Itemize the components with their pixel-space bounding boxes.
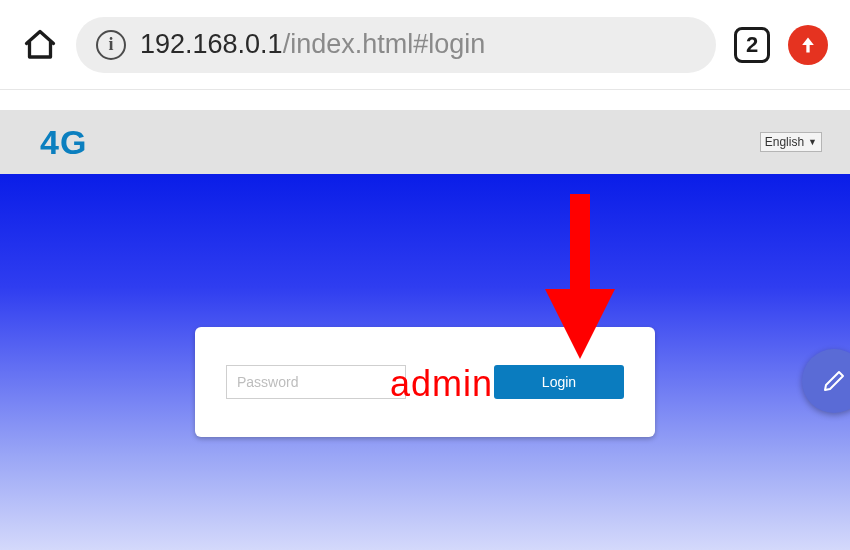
update-available-icon[interactable] — [788, 25, 828, 65]
login-button[interactable]: Login — [494, 365, 624, 399]
url-text: 192.168.0.1/index.html#login — [140, 29, 485, 60]
password-input[interactable] — [226, 365, 406, 399]
language-selector[interactable]: English ▼ — [760, 132, 822, 152]
url-path: /index.html#login — [283, 29, 486, 59]
url-host: 192.168.0.1 — [140, 29, 283, 59]
home-icon[interactable] — [22, 27, 58, 63]
tab-count-value: 2 — [746, 32, 758, 58]
url-bar[interactable]: i 192.168.0.1/index.html#login — [76, 17, 716, 73]
edit-fab-button[interactable] — [802, 349, 850, 413]
login-stage: Login admin — [0, 174, 850, 550]
chevron-down-icon: ▼ — [808, 137, 817, 147]
login-card: Login — [195, 327, 655, 437]
logo: 4G — [40, 123, 87, 162]
info-icon[interactable]: i — [96, 30, 126, 60]
tab-switcher-button[interactable]: 2 — [734, 27, 770, 63]
pencil-icon — [822, 369, 846, 393]
language-label: English — [765, 135, 804, 149]
page-viewport: 4G English ▼ Login admin — [0, 90, 850, 550]
page-header: 4G English ▼ — [0, 110, 850, 174]
browser-toolbar: i 192.168.0.1/index.html#login 2 — [0, 0, 850, 90]
